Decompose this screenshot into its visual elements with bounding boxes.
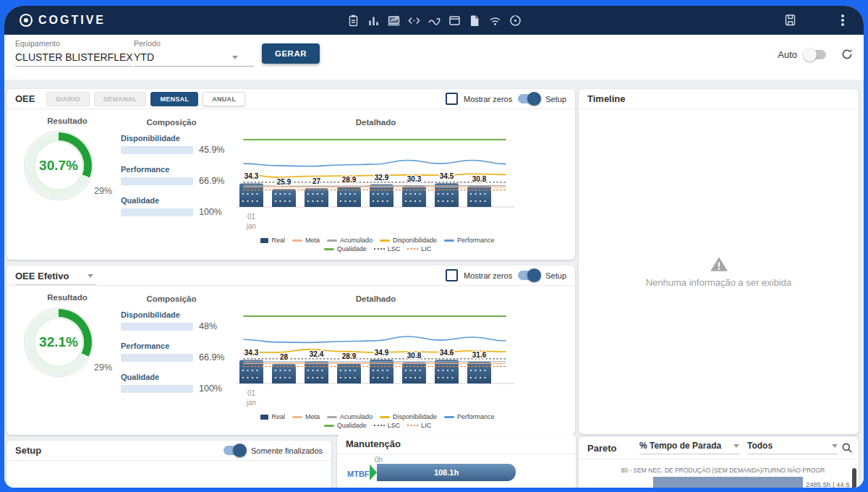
search-icon[interactable] <box>841 442 853 457</box>
composicao-performance: Performance 66.9% <box>121 165 237 186</box>
setup-toggle[interactable] <box>518 94 540 103</box>
chevron-down-icon <box>88 274 93 278</box>
timeline-empty-state: Nenhuma informação a ser exibida <box>579 109 859 434</box>
qualidade-bar[interactable] <box>121 208 193 216</box>
file-icon[interactable] <box>468 14 482 27</box>
legend-item[interactable]: Meta <box>292 413 320 420</box>
legend-item[interactable]: Meta <box>292 237 320 244</box>
chart-legend[interactable]: RealMetaAcumuladoDisponibilidadePerforma… <box>237 413 519 429</box>
code-icon[interactable] <box>407 14 421 27</box>
generate-button[interactable]: GERAR <box>262 43 320 64</box>
kebab-menu-icon[interactable] <box>841 13 845 27</box>
timeline-title: Timeline <box>587 93 626 104</box>
disponibilidade-bar[interactable] <box>121 146 193 154</box>
legend-item[interactable]: Real <box>260 237 285 244</box>
svg-text:32.4: 32.4 <box>310 350 324 358</box>
svg-text:34.3: 34.3 <box>244 172 259 180</box>
svg-text:30.8: 30.8 <box>407 352 422 360</box>
radar-icon[interactable] <box>509 14 522 27</box>
mtbf-bar[interactable]: 108.1h <box>377 464 516 481</box>
legend-item[interactable]: LSC <box>374 422 401 429</box>
tab-anual[interactable]: ANUAL <box>203 92 245 106</box>
oee-header-controls: Mostrar zeros Setup <box>446 93 566 105</box>
axis-start-label: 0h <box>375 456 383 464</box>
clipboard-icon[interactable] <box>346 14 360 27</box>
mostrar-zeros-checkbox[interactable] <box>446 269 458 281</box>
svg-text:jan: jan <box>246 222 256 230</box>
detalhado-chart[interactable]: 34.325.92728.932.930.334.530.801jan <box>237 128 515 237</box>
timeline-panel: Timeline Nenhuma informação a ser exibid… <box>579 89 859 434</box>
oee-efetivo-gauge[interactable]: 32.1% 29% <box>25 309 92 376</box>
legend-item[interactable]: Qualidade <box>324 245 367 253</box>
window-icon[interactable] <box>448 14 461 27</box>
chart-legend[interactable]: RealMetaAcumuladoDisponibilidadePerforma… <box>237 237 519 253</box>
svg-text:27: 27 <box>312 177 321 185</box>
legend-item[interactable]: LIC <box>407 245 431 253</box>
detalhado-chart[interactable]: 34.32832.428.934.930.834.631.601jan <box>237 305 515 413</box>
oee-panel-header: OEE DIÁRIO SEMANAL MENSAL ANUAL Mostrar … <box>7 89 575 109</box>
tab-semanal[interactable]: SEMANAL <box>94 92 147 106</box>
svg-text:25.9: 25.9 <box>277 178 292 186</box>
setup-toggle[interactable] <box>518 271 540 280</box>
presentation-icon[interactable] <box>387 14 401 27</box>
legend-item[interactable]: Qualidade <box>324 422 367 429</box>
performance-bar[interactable] <box>121 354 193 362</box>
composicao-performance: Performance 66.9% <box>121 342 237 362</box>
tab-diario[interactable]: DIÁRIO <box>46 92 89 106</box>
legend-item[interactable]: Performance <box>444 237 495 244</box>
legend-item[interactable]: Acumulado <box>327 413 373 420</box>
period-field[interactable]: Período YTD <box>134 39 254 67</box>
somente-finalizados-toggle[interactable] <box>224 446 245 455</box>
refresh-icon[interactable] <box>841 48 854 64</box>
equipment-input[interactable]: CLUSTER BLISTERFLEX LINH <box>15 48 132 67</box>
scrollbar-thumb[interactable] <box>852 468 856 488</box>
pareto-bar[interactable] <box>653 477 803 488</box>
svg-text:28.9: 28.9 <box>342 352 357 360</box>
legend-item[interactable]: LSC <box>374 245 401 253</box>
pareto-category-select[interactable]: Todos <box>747 441 838 454</box>
tab-mensal[interactable]: MENSAL <box>150 92 198 106</box>
performance-bar[interactable] <box>121 177 193 185</box>
dashboard-content: OEE DIÁRIO SEMANAL MENSAL ANUAL Mostrar … <box>4 80 864 488</box>
oee-gauge[interactable]: 30.7% 29% <box>25 132 92 199</box>
mtbf-marker-icon <box>370 465 377 480</box>
legend-item[interactable]: LIC <box>407 422 431 429</box>
svg-text:30.3: 30.3 <box>407 175 422 183</box>
legend-item[interactable]: Performance <box>444 413 495 420</box>
chevron-down-icon <box>733 444 739 448</box>
auto-label: Auto <box>778 49 797 60</box>
save-icon[interactable] <box>783 13 797 30</box>
performance-value: 66.9% <box>199 176 224 186</box>
manutencao-title: Manutenção <box>346 438 401 449</box>
pareto-panel: Pareto % Tempo de Parada Todos 80 - SEM … <box>579 437 859 488</box>
svg-text:32.9: 32.9 <box>375 174 389 182</box>
legend-item[interactable]: Disponibilidade <box>380 237 437 244</box>
disponibilidade-bar[interactable] <box>121 323 193 331</box>
legend-item[interactable]: Acumulado <box>327 237 373 244</box>
trend-icon[interactable] <box>427 14 441 27</box>
bar-chart-icon[interactable] <box>367 14 380 27</box>
setup-panel: Setup Somente finalizados 56 - SETUP TOT… <box>7 441 331 488</box>
pareto-metric-select[interactable]: % Tempo de Parada <box>639 441 739 454</box>
legend-item[interactable]: Disponibilidade <box>380 413 437 420</box>
legend-item[interactable]: Real <box>260 413 285 420</box>
oee-efetivo-select[interactable]: OEE Efetivo <box>15 271 96 285</box>
chevron-down-icon <box>232 56 238 59</box>
resultado-title: Resultado <box>27 116 108 125</box>
wifi-icon[interactable] <box>488 14 502 27</box>
svg-text:34.3: 34.3 <box>244 349 259 357</box>
manutencao-panel-body: 0h MTBF 108.1h <box>337 454 576 488</box>
chevron-down-icon <box>832 444 838 448</box>
setup-panel-header: Setup Somente finalizados <box>7 441 331 461</box>
pareto-item-value: 2485.5h | 44.6 <box>806 480 850 488</box>
auto-toggle[interactable] <box>804 50 826 59</box>
equipment-field[interactable]: Equipamento CLUSTER BLISTERFLEX LINH <box>15 39 132 67</box>
pareto-panel-body: 80 - SEM NEC. DE PRODUÇÃO (SEM DEMANDA)/… <box>579 459 859 488</box>
qualidade-bar[interactable] <box>121 385 193 393</box>
svg-text:34.6: 34.6 <box>440 349 454 357</box>
disponibilidade-value: 45.9% <box>199 145 224 155</box>
oee-panel-body: Resultado 30.7% 29% Composição Disponibi… <box>7 109 575 260</box>
top-navigation-bar: COGTIVE <box>4 6 864 35</box>
setup-toggle-label: Setup <box>545 271 566 280</box>
mostrar-zeros-checkbox[interactable] <box>446 93 458 105</box>
